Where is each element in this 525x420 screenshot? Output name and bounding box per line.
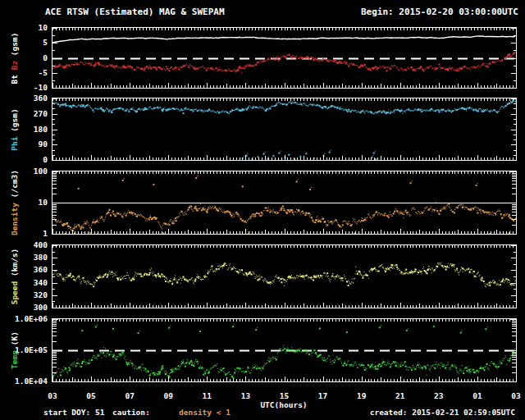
y-tick-label: 1.0E+05 bbox=[0, 346, 48, 354]
x-tick-label: 17 bbox=[318, 391, 327, 400]
x-tick-label: 19 bbox=[357, 391, 366, 400]
y-tick-label: 1.0E+04 bbox=[0, 377, 48, 386]
y-tick-label: 180 bbox=[0, 126, 48, 134]
x-tick-label: 03 bbox=[511, 391, 520, 400]
y-tick-label: 380 bbox=[0, 253, 48, 262]
y-tick-label: 10 bbox=[0, 24, 48, 32]
y-tick-label: 1 bbox=[0, 230, 48, 238]
y-tick-label: 10 bbox=[0, 199, 48, 207]
title-row: ACE RTSW (Estimated) MAG & SWEPAM Begin:… bbox=[0, 7, 525, 18]
y-tick-label: 360 bbox=[0, 94, 48, 103]
y-tick-label: 0 bbox=[0, 156, 48, 164]
x-tick-label: 11 bbox=[203, 391, 212, 400]
footer-row: start DOY: 51 caution: density < 1 creat… bbox=[0, 408, 525, 418]
y-tick-label: 0 bbox=[0, 54, 48, 62]
y-tick-label: 5 bbox=[0, 39, 48, 47]
x-tick-label: 03 bbox=[48, 391, 57, 400]
ace-rtsw-plot: ACE RTSW (Estimated) MAG & SWEPAM Begin:… bbox=[0, 0, 525, 420]
x-tick-label: 15 bbox=[280, 391, 289, 400]
panel-bt-bz: Bt Bz (gsm) 1050-5-10 bbox=[0, 27, 525, 89]
panel-density: Density (/cm3) 100101 bbox=[0, 171, 525, 235]
x-tick-label: 05 bbox=[86, 391, 95, 400]
begin-timestamp: Begin: 2015-02-20 03:00:00UTC bbox=[361, 7, 518, 17]
density-chart-canvas bbox=[52, 171, 517, 235]
caution-label: caution: bbox=[112, 408, 150, 417]
y-tick-label: 1.0E+06 bbox=[0, 315, 48, 323]
phi-chart-canvas bbox=[52, 98, 517, 161]
x-tick-label: 07 bbox=[125, 391, 134, 400]
chart-title: ACE RTSW (Estimated) MAG & SWEPAM bbox=[45, 7, 225, 17]
bt-bz-chart-canvas bbox=[52, 27, 517, 89]
x-tick-label: 01 bbox=[472, 391, 482, 400]
x-tick-label: 23 bbox=[434, 391, 443, 400]
y-tick-label: 340 bbox=[0, 279, 48, 287]
y-tick-label: -10 bbox=[0, 84, 48, 92]
start-doy-label: start DOY: 51 bbox=[43, 408, 104, 417]
created-timestamp: created: 2015-02-21 02:59:05UTC bbox=[370, 408, 515, 417]
panel-temp: Temp (K) 1.0E+061.0E+051.0E+04 bbox=[0, 318, 525, 382]
temp-chart-canvas bbox=[52, 318, 517, 382]
y-tick-label: -5 bbox=[0, 69, 48, 77]
caution-value: density < 1 bbox=[179, 408, 231, 417]
panel-speed: Speed (km/s) 400380360340320300 bbox=[0, 244, 525, 308]
speed-chart-canvas bbox=[52, 244, 517, 308]
x-tick-label: 21 bbox=[395, 391, 404, 400]
panel-phi: Phi (gsm) 360270180900 bbox=[0, 98, 525, 161]
y-tick-label: 300 bbox=[0, 304, 48, 312]
y-tick-label: 320 bbox=[0, 291, 48, 299]
y-tick-label: 400 bbox=[0, 241, 48, 249]
y-tick-label: 100 bbox=[0, 167, 48, 176]
x-tick-label: 09 bbox=[164, 391, 173, 400]
x-tick-label: 13 bbox=[241, 391, 250, 400]
y-tick-label: 90 bbox=[0, 140, 48, 148]
y-tick-label: 270 bbox=[0, 110, 48, 118]
y-tick-label: 360 bbox=[0, 266, 48, 274]
